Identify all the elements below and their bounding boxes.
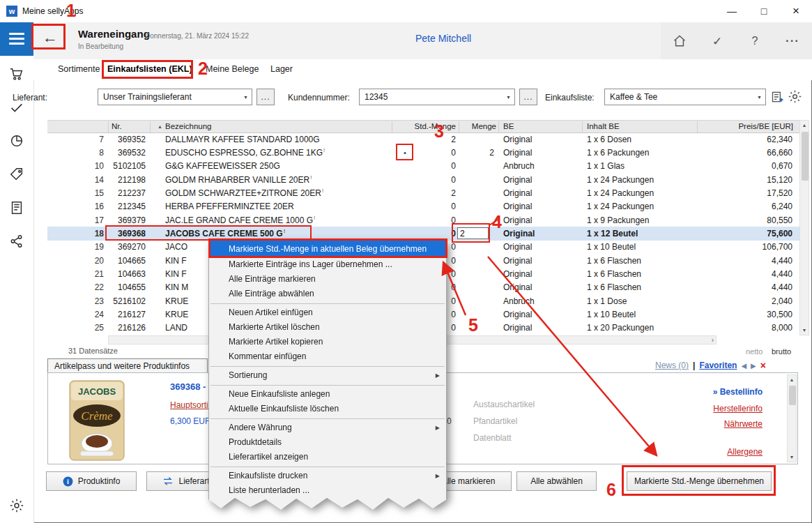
scroll-up-icon[interactable]: ▲	[788, 377, 796, 382]
page-title: Wareneingang	[78, 28, 150, 40]
menu-item-artikel-kopieren[interactable]: Markierte Artikel kopieren	[209, 335, 446, 349]
favoriten-link[interactable]: Favoriten	[699, 361, 737, 370]
table-row[interactable]: 8369532EDUSCHO ESPRESSO, GZ.BOHNE 1KG!•0…	[47, 146, 799, 159]
bestellinfo-link[interactable]: » Bestellinfo	[713, 387, 763, 397]
scroll-right-icon[interactable]: ›	[712, 336, 714, 344]
maximize-button[interactable]: □	[748, 0, 780, 22]
menu-item-artikel-loeschen[interactable]: Markierte Artikel löschen	[209, 320, 446, 335]
record-count: 31 Datensätze	[68, 347, 118, 355]
menu-item-andere-waehrung[interactable]: Andere Währung▶	[209, 420, 446, 435]
menu-item-ekl-loeschen[interactable]: Aktuelle Einkaufsliste löschen	[209, 402, 446, 416]
menu-item-kommentar[interactable]: Kommentar einfügen	[209, 349, 446, 364]
preis: 80,550	[697, 215, 799, 225]
col-bezeichnung[interactable]: Bezeichnung	[165, 122, 212, 130]
news-link[interactable]: News (0)	[655, 361, 689, 370]
row-number: 8	[47, 148, 108, 158]
col-preis[interactable]: Preis/BE [EUR]	[697, 122, 793, 130]
chevron-down-icon[interactable]: ▼	[753, 95, 765, 100]
gear-icon[interactable]	[788, 89, 802, 104]
share-icon[interactable]	[9, 234, 24, 249]
menge[interactable]: 2	[459, 148, 498, 158]
herstellerinfo-link[interactable]: Herstellerinfo	[713, 404, 763, 414]
vscroll-thumb[interactable]	[802, 132, 809, 181]
table-vscrollbar[interactable]: ▲ ▼	[799, 120, 809, 335]
confirm-check-icon[interactable]: ✓	[705, 29, 729, 53]
price-tag-icon[interactable]	[9, 167, 24, 182]
nav-left-icon[interactable]: ◀	[741, 362, 746, 370]
tab-lager[interactable]: Lager	[270, 64, 293, 74]
lieferant-more-button[interactable]: ...	[256, 89, 275, 105]
menu-item-neuen-artikel[interactable]: Neuen Artikel einfügen	[209, 305, 446, 320]
menu-button[interactable]	[0, 22, 33, 56]
vscroll-thumb[interactable]	[789, 386, 796, 405]
menu-item-lieferartikel-anzeigen[interactable]: Lieferartikel anzeigen	[209, 450, 446, 464]
catalog-icon[interactable]	[9, 200, 24, 215]
col-be[interactable]: BE	[503, 122, 514, 130]
menu-item-sortierung[interactable]: Sortierung▶	[209, 368, 446, 383]
einkaufsliste-select[interactable]: Kaffee & Tee ▼	[604, 89, 766, 105]
kundennummer-value: 12345	[365, 92, 503, 102]
col-inhalt-be[interactable]: Inhalt BE	[587, 122, 620, 130]
naehrwerte-link[interactable]: Nährwerte	[724, 419, 763, 429]
scroll-down-icon[interactable]: ▼	[800, 328, 809, 333]
table-row[interactable]: 17369379JAC.LE GRAND CAFE CREME 1000 G!0…	[47, 213, 799, 227]
menu-item-std-menge-uebernehmen[interactable]: Markierte Std.-Menge in aktuellen Beleg …	[209, 241, 446, 257]
user-name[interactable]: Pete Mitchell	[415, 33, 471, 44]
menge-input[interactable]	[457, 227, 489, 239]
preis: 62,340	[697, 135, 799, 144]
produktinfo-button[interactable]: i Produktinfo	[46, 471, 137, 491]
settings-gear-icon[interactable]	[9, 498, 24, 513]
menu-item-neue-ekl[interactable]: Neue Einkaufsliste anlegen	[209, 387, 446, 402]
menu-item-liste-herunterladen[interactable]: Liste herunterladen ...	[209, 483, 446, 498]
panel-links-row: News (0) | Favoriten ◀ ▶ ×	[655, 360, 766, 371]
kundennummer-more-button[interactable]: ...	[519, 89, 537, 105]
scroll-up-icon[interactable]: ▲	[800, 123, 809, 128]
table-row[interactable]: 15212237GOLDM SCHWARZTEE+ZITRONE 20ER!2O…	[47, 186, 799, 199]
more-options-icon[interactable]: ···	[781, 29, 804, 53]
menu-item-alle-abwaehlen[interactable]: Alle Einträge abwählen	[209, 287, 446, 301]
tab-einkaufslisten[interactable]: Einkaufslisten (EKL)	[107, 64, 192, 74]
allergene-link[interactable]: Allergene	[727, 447, 763, 457]
kundennummer-select[interactable]: 12345 ▼	[359, 89, 515, 105]
table-row[interactable]: 14212198GOLDM RHABARBER VANILLE 20ER!0Or…	[47, 173, 799, 186]
tab-sortimente[interactable]: Sortimente	[58, 64, 100, 74]
inhalt-be: 1 x 24 Packungen	[582, 202, 697, 211]
help-icon[interactable]: ?	[743, 29, 767, 53]
minimize-button[interactable]: —	[716, 0, 748, 22]
pie-chart-icon[interactable]	[9, 133, 24, 149]
menu-item-alle-markieren[interactable]: Alle Einträge markieren	[209, 272, 446, 287]
table-row[interactable]: 105102105G&G KAFFEEWEISSER 250G0Anbruch1…	[47, 160, 799, 173]
chevron-down-icon[interactable]: ▼	[503, 95, 514, 100]
col-menge[interactable]: Menge	[460, 122, 496, 130]
scroll-down-icon[interactable]: ▼	[788, 455, 796, 460]
back-button[interactable]: ←	[36, 26, 64, 49]
nav-right-icon[interactable]: ▶	[751, 362, 756, 370]
col-std-menge[interactable]: Std.-Menge	[390, 122, 456, 130]
lieferant-label: Lieferant:	[13, 93, 47, 103]
be: Original	[498, 148, 582, 158]
tab-meine-belege[interactable]: Meine Belege	[206, 64, 259, 74]
lieferant-select[interactable]: Unser Trainingslieferant ▼	[98, 89, 252, 105]
menu-item-ekl-drucken[interactable]: Einkaufsliste drucken▶	[209, 469, 446, 483]
panel-vscrollbar[interactable]: ▲ ▼	[787, 374, 797, 462]
preis: 4,440	[697, 282, 799, 292]
close-button[interactable]: ×	[780, 0, 812, 22]
home-icon[interactable]	[668, 29, 691, 53]
menu-item-ins-lager-uebernehmen[interactable]: Markierte Einträge ins Lager übernehmen …	[209, 257, 446, 272]
col-nr[interactable]: Nr.	[112, 122, 122, 130]
table-row[interactable]: 16212345HERBA PFEFFERMINZTEE 20ER0Origin…	[47, 200, 799, 213]
article-name: G&G KAFFEEWEISSER 250G	[150, 161, 392, 171]
netto-toggle[interactable]: netto	[746, 347, 763, 356]
table-row-selected[interactable]: 18369368JACOBS CAFE CREME 500 G!0Origina…	[47, 227, 799, 240]
close-panel-icon[interactable]: ×	[760, 360, 766, 371]
table-header[interactable]: Nr. ▲ Bezeichnung Std.-Menge Menge BE In…	[47, 120, 799, 133]
menu-item-produktdetails[interactable]: Produktdetails	[209, 435, 446, 450]
artikelpass-tab[interactable]: Artikelpass und weitere Produktinfos	[47, 358, 208, 373]
cart-icon[interactable]	[9, 66, 24, 82]
markierte-std-menge-uebernehmen-button[interactable]: Markierte Std.-Menge übernehmen	[627, 471, 772, 491]
table-row[interactable]: 7369352DALLMAYR KAFFEE STANDARD 1000G2Or…	[47, 132, 799, 146]
list-add-icon[interactable]	[771, 90, 785, 104]
chevron-down-icon[interactable]: ▼	[240, 95, 252, 100]
brutto-toggle[interactable]: brutto	[772, 347, 791, 356]
alle-abwaehlen-button[interactable]: Alle abwählen	[516, 471, 597, 491]
